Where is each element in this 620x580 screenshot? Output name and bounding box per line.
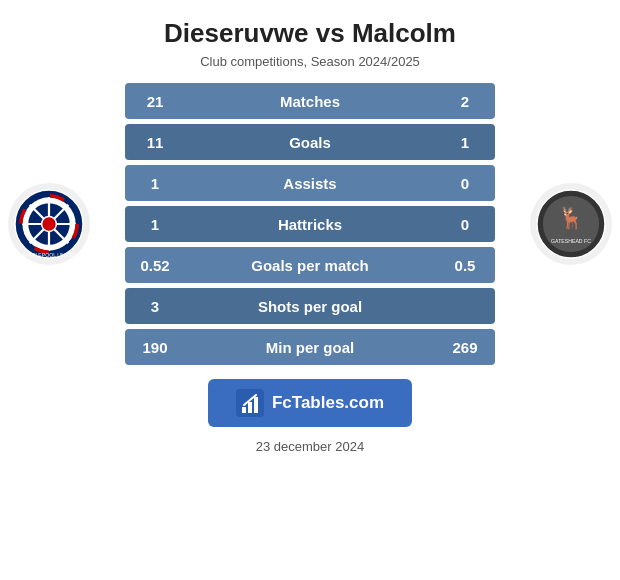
- stat-row: 21Matches2: [125, 83, 495, 119]
- away-team-logo: 🦌 GATESHEAD FC: [530, 183, 612, 265]
- svg-line-5: [30, 205, 68, 243]
- svg-rect-16: [248, 402, 252, 413]
- svg-point-0: [15, 190, 83, 258]
- svg-point-10: [537, 190, 605, 258]
- stat-row: 3Shots per goal: [125, 288, 495, 324]
- stat-right-value: 0: [435, 216, 495, 233]
- stat-right-value: 0: [435, 175, 495, 192]
- date-footer: 23 december 2024: [256, 439, 364, 454]
- stat-left-value: 0.52: [125, 257, 185, 274]
- page-subtitle: Club competitions, Season 2024/2025: [200, 54, 420, 69]
- stat-left-value: 21: [125, 93, 185, 110]
- stat-label: Goals: [185, 134, 435, 151]
- svg-point-7: [42, 217, 57, 232]
- fctables-banner: FcTables.com: [208, 379, 412, 427]
- stat-row: 1Assists0: [125, 165, 495, 201]
- svg-rect-15: [242, 407, 246, 413]
- stat-right-value: 1: [435, 134, 495, 151]
- stat-left-value: 3: [125, 298, 185, 315]
- svg-point-2: [28, 203, 69, 244]
- svg-text:🦌: 🦌: [558, 205, 584, 231]
- home-team-logo: HARTLEPOOL UNITED: [8, 183, 90, 265]
- stats-section: HARTLEPOOL UNITED 🦌 GATESHEAD FC 21Match…: [0, 83, 620, 365]
- stat-left-value: 190: [125, 339, 185, 356]
- stat-right-value: 0.5: [435, 257, 495, 274]
- stats-rows-wrapper: 21Matches211Goals11Assists01Hattricks00.…: [125, 83, 495, 365]
- stat-right-value: 269: [435, 339, 495, 356]
- svg-text:HARTLEPOOL UNITED: HARTLEPOOL UNITED: [21, 252, 76, 258]
- stat-row: 0.52Goals per match0.5: [125, 247, 495, 283]
- fctables-icon: [236, 389, 264, 417]
- stat-left-value: 1: [125, 216, 185, 233]
- stat-left-value: 11: [125, 134, 185, 151]
- stat-right-value: 2: [435, 93, 495, 110]
- stat-row: 190Min per goal269: [125, 329, 495, 365]
- stat-label: Hattricks: [185, 216, 435, 233]
- svg-point-1: [22, 197, 75, 250]
- svg-rect-17: [254, 397, 258, 413]
- svg-line-6: [30, 205, 68, 243]
- stat-left-value: 1: [125, 175, 185, 192]
- stat-label: Matches: [185, 93, 435, 110]
- stat-label: Min per goal: [185, 339, 435, 356]
- svg-text:GATESHEAD FC: GATESHEAD FC: [551, 238, 591, 244]
- fctables-label: FcTables.com: [272, 393, 384, 413]
- page-title: Dieseruvwe vs Malcolm: [164, 18, 456, 49]
- svg-point-8: [21, 196, 77, 252]
- stat-label: Shots per goal: [185, 298, 435, 315]
- stat-label: Goals per match: [185, 257, 435, 274]
- stat-label: Assists: [185, 175, 435, 192]
- svg-point-11: [543, 196, 599, 252]
- stat-row: 11Goals1: [125, 124, 495, 160]
- stat-row: 1Hattricks0: [125, 206, 495, 242]
